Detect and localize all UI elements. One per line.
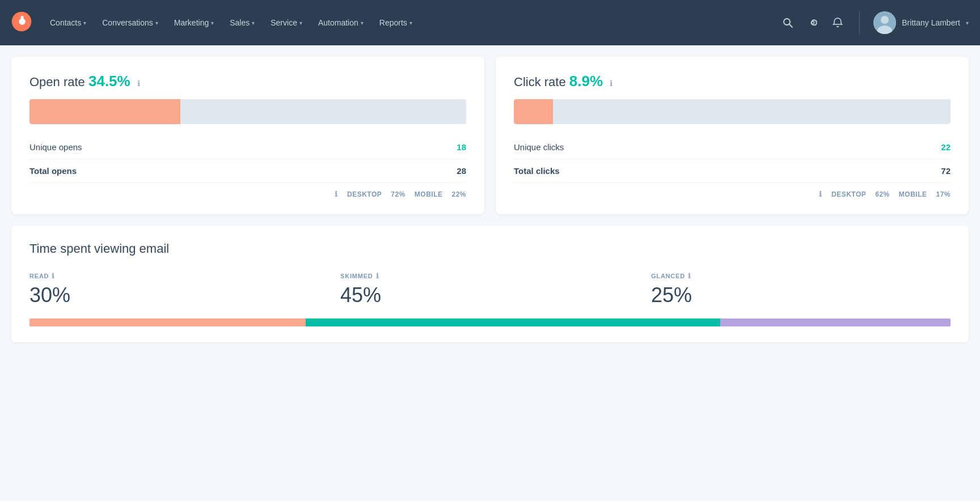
skimmed-value: 45% [340,283,640,307]
click-rate-info-icon[interactable]: ℹ [610,79,612,88]
nav-item-conversations[interactable]: Conversations ▾ [95,14,165,32]
nav-menu: Contacts ▾ Conversations ▾ Marketing ▾ S… [43,14,780,32]
open-rate-info-icon[interactable]: ℹ [137,79,140,88]
total-clicks-row: Total clicks 72 [514,159,951,183]
svg-point-4 [881,16,889,24]
desktop-label: DESKTOP [347,190,382,198]
chevron-down-icon: ▾ [155,20,158,26]
notifications-button[interactable] [830,15,846,31]
user-chevron-icon: ▾ [966,20,969,26]
nav-item-contacts[interactable]: Contacts ▾ [43,14,93,32]
read-label: READ ℹ [29,272,329,280]
nav-right: Brittany Lambert ▾ [780,11,969,34]
chevron-down-icon: ▾ [252,20,255,26]
open-rate-card: Open rate 34.5% ℹ Unique opens 18 Total … [11,57,484,214]
svg-point-1 [784,19,790,25]
unique-clicks-value: 22 [941,142,951,152]
nav-item-sales[interactable]: Sales ▾ [223,14,261,32]
glanced-metric: GLANCED ℹ 25% [651,272,951,307]
glanced-label: GLANCED ℹ [651,272,951,280]
search-button[interactable] [780,15,796,31]
skimmed-label: SKIMMED ℹ [340,272,640,280]
click-rate-card: Click rate 8.9% ℹ Unique clicks 22 Total… [496,57,969,214]
click-rate-progress-bar [514,99,951,124]
click-rate-device-row: ℹ DESKTOP 62% MOBILE 17% [514,183,951,198]
chevron-down-icon: ▾ [299,20,302,26]
device-info-icon[interactable]: ℹ [335,190,338,198]
click-rate-title: Click rate 8.9% ℹ [514,73,951,90]
open-rate-progress-bar [29,99,466,124]
click-desktop-value: 62% [875,190,890,198]
open-rate-device-row: ℹ DESKTOP 72% MOBILE 22% [29,183,466,198]
read-value: 30% [29,283,329,307]
glanced-bar-segment [720,319,951,326]
settings-button[interactable] [805,15,821,31]
mobile-value: 22% [451,190,466,198]
nav-item-marketing[interactable]: Marketing ▾ [167,14,221,32]
chevron-down-icon: ▾ [83,20,86,26]
unique-clicks-label: Unique clicks [514,142,564,152]
skimmed-info-icon[interactable]: ℹ [376,272,379,280]
unique-opens-label: Unique opens [29,142,82,152]
username-label: Brittany Lambert [902,18,960,27]
click-mobile-label: MOBILE [899,190,927,198]
main-content: Open rate 34.5% ℹ Unique opens 18 Total … [0,45,980,354]
total-clicks-value: 72 [941,166,951,176]
unique-opens-value: 18 [457,142,466,152]
skimmed-metric: SKIMMED ℹ 45% [340,272,640,307]
avatar [873,11,896,34]
time-metrics-row: READ ℹ 30% SKIMMED ℹ 45% GLANCED ℹ 25% [29,272,951,307]
time-spent-title: Time spent viewing email [29,241,951,256]
navbar: Contacts ▾ Conversations ▾ Marketing ▾ S… [0,0,980,45]
unique-opens-row: Unique opens 18 [29,135,466,159]
mobile-label: MOBILE [415,190,443,198]
read-info-icon[interactable]: ℹ [52,272,55,280]
click-rate-value: 8.9% [569,73,603,90]
time-spent-card: Time spent viewing email READ ℹ 30% SKIM… [11,226,969,342]
total-opens-label: Total opens [29,166,77,176]
total-clicks-label: Total clicks [514,166,560,176]
time-spent-stacked-bar [29,319,951,326]
click-desktop-label: DESKTOP [831,190,866,198]
unique-clicks-row: Unique clicks 22 [514,135,951,159]
total-opens-row: Total opens 28 [29,159,466,183]
read-metric: READ ℹ 30% [29,272,329,307]
read-bar-segment [29,319,306,326]
open-rate-progress-fill [29,99,180,124]
nav-item-automation[interactable]: Automation ▾ [311,14,370,32]
desktop-value: 72% [391,190,405,198]
nav-item-service[interactable]: Service ▾ [264,14,309,32]
chevron-down-icon: ▾ [211,20,214,26]
skimmed-bar-segment [306,319,720,326]
svg-line-2 [789,24,792,27]
chevron-down-icon: ▾ [361,20,364,26]
nav-item-reports[interactable]: Reports ▾ [373,14,419,32]
click-mobile-value: 17% [936,190,951,198]
glanced-info-icon[interactable]: ℹ [688,272,691,280]
total-opens-value: 28 [457,166,466,176]
chevron-down-icon: ▾ [409,20,412,26]
click-rate-progress-fill [514,99,553,124]
open-rate-value: 34.5% [88,73,130,90]
hubspot-logo[interactable] [11,11,32,34]
nav-divider [859,11,860,34]
click-device-info-icon[interactable]: ℹ [819,190,822,198]
user-menu[interactable]: Brittany Lambert ▾ [873,11,969,34]
open-rate-title: Open rate 34.5% ℹ [29,73,466,90]
metrics-cards-row: Open rate 34.5% ℹ Unique opens 18 Total … [11,57,969,214]
glanced-value: 25% [651,283,951,307]
